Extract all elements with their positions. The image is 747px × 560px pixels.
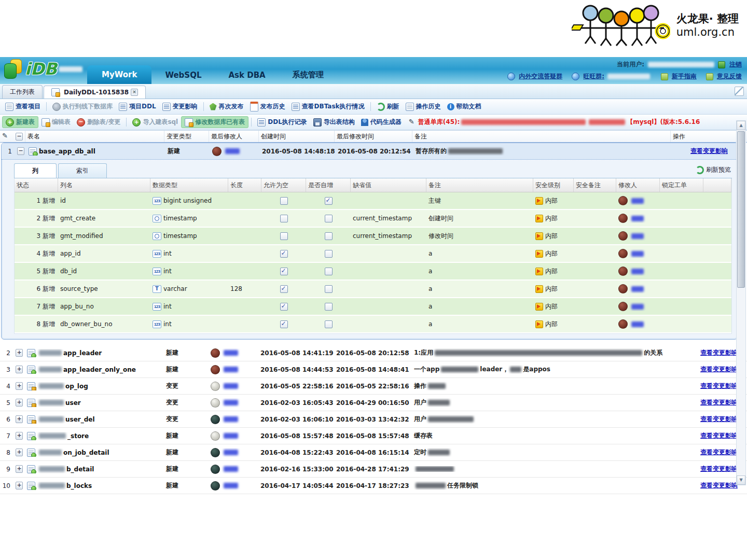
header-link[interactable]: 旺旺群: <box>572 72 652 81</box>
column-header-8[interactable]: 安全级别 <box>533 178 574 192</box>
table-row[interactable]: 7+_store新建2016-05-08 15:57:482016-05-08 … <box>0 428 747 444</box>
nullable-checkbox[interactable] <box>280 303 288 311</box>
column-header-5[interactable]: 备注 <box>412 131 670 142</box>
tab-工作列表[interactable]: 工作列表 <box>2 85 43 99</box>
header-link[interactable]: 新手指南 <box>661 72 697 81</box>
nav-item-mywork[interactable]: MyWork <box>87 65 151 84</box>
autoincrement-checkbox[interactable] <box>325 215 333 222</box>
toolbar-button-查看dbtask执行情况[interactable]: 查看DBTask执行情况 <box>288 101 368 112</box>
table-row[interactable]: 1−base_app_db_all新建2016-05-08 14:48:1820… <box>2 143 737 160</box>
column-row[interactable]: 5 新增db_idinta内部 <box>15 263 731 281</box>
view-change-impact-link[interactable]: 查看变更影响 <box>700 448 738 457</box>
view-change-impact-link[interactable]: 查看变更影响 <box>700 481 738 490</box>
toolbar-button-项目ddl[interactable]: 项目DDL <box>116 101 159 112</box>
column-header-2[interactable]: 数据类型 <box>150 178 228 192</box>
column-row[interactable]: 6 新增source_typevarchar128a内部 <box>15 281 731 298</box>
column-header-10[interactable]: 修改人 <box>616 178 660 192</box>
nav-item-系统管理[interactable]: 系统管理 <box>279 66 337 84</box>
column-row[interactable]: 1 新增idbigint unsigned主键内部 <box>15 192 731 210</box>
autoincrement-checkbox[interactable] <box>325 268 333 275</box>
header-link[interactable]: 意见反馈 <box>706 72 742 81</box>
nav-item-websql[interactable]: WebSQL <box>151 66 215 84</box>
column-header-2[interactable]: 最后修改人 <box>209 131 258 142</box>
column-row[interactable]: 4 新增app_idinta内部 <box>15 245 731 263</box>
view-change-impact-link[interactable]: 查看变更影响 <box>700 398 738 407</box>
column-header-6[interactable]: 缺省值 <box>351 178 426 192</box>
expand-toggle-icon[interactable]: + <box>16 415 23 423</box>
expand-toggle-icon[interactable]: + <box>16 432 23 440</box>
toolbar-button-新建表[interactable]: 新建表 <box>2 116 38 128</box>
view-change-impact-link[interactable]: 查看变更影响 <box>700 348 738 357</box>
column-row[interactable]: 2 新增gmt_createtimestampcurrent_timestamp… <box>15 210 731 228</box>
toolbar-button-代码生成器[interactable]: 代码生成器 <box>358 117 405 128</box>
logout-link[interactable]: 注销 <box>729 60 742 69</box>
autoincrement-checkbox[interactable] <box>325 285 333 293</box>
view-change-impact-link[interactable]: 查看变更影响 <box>700 365 738 374</box>
toolbar-button-再次发布[interactable]: 再次发布 <box>206 101 247 112</box>
view-change-impact-link[interactable]: 查看变更影响 <box>700 415 738 424</box>
autoincrement-checkbox[interactable] <box>325 250 333 258</box>
collapse-all-icon[interactable]: − <box>16 133 23 141</box>
toolbar-button-刷新[interactable]: 刷新 <box>374 101 403 112</box>
autoincrement-checkbox[interactable] <box>325 232 333 240</box>
column-header-11[interactable]: 锁定工单 <box>660 178 703 192</box>
column-header-5[interactable]: 是否自增 <box>306 178 351 192</box>
view-change-impact-link[interactable]: 查看变更影响 <box>700 431 738 440</box>
expand-toggle-icon[interactable]: − <box>17 147 24 155</box>
expand-toggle-icon[interactable]: + <box>16 399 23 407</box>
detail-tab-列[interactable]: 列 <box>14 163 57 178</box>
column-header-0[interactable]: 状态 <box>15 178 58 192</box>
column-row[interactable]: 7 新增app_bu_nointa内部 <box>15 298 731 316</box>
table-row[interactable]: 9+b_detail新建2016-02-16 15:33:002016-04-2… <box>0 461 747 478</box>
expand-corner-icon[interactable] <box>735 87 744 96</box>
autoincrement-checkbox[interactable] <box>325 197 333 205</box>
nullable-checkbox[interactable] <box>280 197 288 205</box>
expand-toggle-icon[interactable]: + <box>16 382 23 390</box>
toolbar-button-帮助文档[interactable]: 帮助文档 <box>444 101 485 112</box>
scroll-down-icon[interactable]: ▼ <box>737 475 745 485</box>
column-header-1[interactable]: 列名 <box>58 178 150 192</box>
nav-item-ask-dba[interactable]: Ask DBA <box>215 66 279 84</box>
table-row[interactable]: 2+app_leader新建2016-05-08 14:41:192016-05… <box>0 345 747 361</box>
toolbar-button-变更影响[interactable]: 变更影响 <box>159 101 201 112</box>
table-row[interactable]: 6+user_del变更2016-02-03 16:06:102016-03-0… <box>0 411 747 428</box>
expand-toggle-icon[interactable]: + <box>16 349 23 357</box>
column-header-4[interactable]: 允许为空 <box>261 178 306 192</box>
detail-tab-索引[interactable]: 索引 <box>58 163 107 178</box>
table-row[interactable]: 10+b_locks新建2016-04-17 14:05:442016-04-1… <box>0 478 747 494</box>
close-icon[interactable]: × <box>131 89 138 96</box>
column-header-7[interactable]: 备注 <box>426 178 533 192</box>
toolbar-button-ddl执行记录[interactable]: DDL执行记录 <box>254 117 310 128</box>
column-header-3[interactable]: 长度 <box>228 178 261 192</box>
expand-toggle-icon[interactable]: + <box>16 482 23 489</box>
table-row[interactable]: 5+user变更2016-02-03 16:05:432016-04-29 00… <box>0 395 747 411</box>
tab-dailyddl-1015838[interactable]: DailyDDL-1015838× <box>44 86 146 99</box>
column-header-1[interactable]: 变更类型 <box>164 131 209 142</box>
nullable-checkbox[interactable] <box>280 285 288 293</box>
autoincrement-checkbox[interactable] <box>325 303 333 311</box>
nullable-checkbox[interactable] <box>280 250 288 258</box>
toolbar-button-发布历史[interactable]: 发布历史 <box>247 101 288 113</box>
column-header-9[interactable]: 安全备注 <box>574 178 616 192</box>
column-header-0[interactable]: 表名 <box>25 131 164 142</box>
view-change-impact-link[interactable]: 查看变更影响 <box>690 147 728 156</box>
nullable-checkbox[interactable] <box>280 232 288 240</box>
nullable-checkbox[interactable] <box>280 268 288 275</box>
column-row[interactable]: 3 新增gmt_modifiedtimestampcurrent_timesta… <box>15 228 731 245</box>
header-link[interactable]: 内外交流答疑群 <box>507 72 562 81</box>
expand-toggle-icon[interactable]: + <box>16 465 23 473</box>
scroll-up-icon[interactable]: ▲ <box>737 121 745 130</box>
vertical-scrollbar[interactable]: ▲ ▼ <box>736 120 746 485</box>
table-row[interactable]: 8+on_job_detail新建2016-04-08 15:22:432016… <box>0 444 747 461</box>
column-header-3[interactable]: 创建时间 <box>258 131 334 142</box>
toolbar-button-操作历史[interactable]: 操作历史 <box>403 101 444 112</box>
refresh-preview-button[interactable]: 刷新预览 <box>696 165 731 174</box>
column-row[interactable]: 8 新增db_owner_bu_nointa内部 <box>15 316 731 333</box>
view-change-impact-link[interactable]: 查看变更影响 <box>700 465 738 473</box>
toolbar-button-导出表结构[interactable]: 导出表结构 <box>310 117 358 128</box>
expand-toggle-icon[interactable]: + <box>16 449 23 456</box>
toolbar-button-查看项目[interactable]: 查看项目 <box>2 101 44 112</box>
column-header-4[interactable]: 最后修改时间 <box>334 131 412 142</box>
nullable-checkbox[interactable] <box>280 320 288 328</box>
view-change-impact-link[interactable]: 查看变更影响 <box>700 382 738 390</box>
